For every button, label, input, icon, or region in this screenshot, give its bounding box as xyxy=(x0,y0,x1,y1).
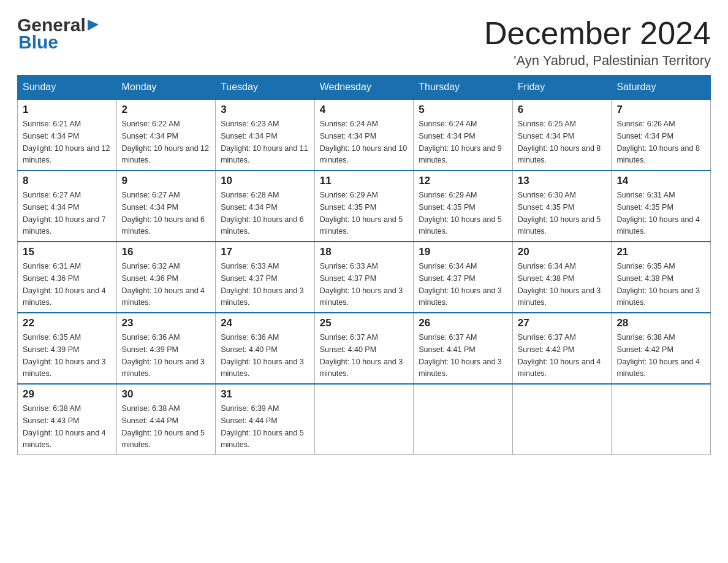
day-number: 22 xyxy=(23,317,112,329)
day-info: Sunrise: 6:37 AMSunset: 4:40 PMDaylight:… xyxy=(320,333,403,378)
col-sunday: Sunday xyxy=(18,75,117,100)
calendar-cell: 21 Sunrise: 6:35 AMSunset: 4:38 PMDaylig… xyxy=(612,242,711,313)
day-info: Sunrise: 6:21 AMSunset: 4:34 PMDaylight:… xyxy=(23,120,110,164)
day-number: 19 xyxy=(419,246,507,258)
day-number: 13 xyxy=(518,175,607,187)
day-number: 31 xyxy=(221,388,309,400)
day-number: 1 xyxy=(23,104,112,116)
day-info: Sunrise: 6:25 AMSunset: 4:34 PMDaylight:… xyxy=(518,120,601,164)
logo-arrow-icon xyxy=(88,20,101,33)
calendar-cell: 15 Sunrise: 6:31 AMSunset: 4:36 PMDaylig… xyxy=(18,242,117,313)
calendar-cell: 19 Sunrise: 6:34 AMSunset: 4:37 PMDaylig… xyxy=(414,242,513,313)
calendar-cell: 13 Sunrise: 6:30 AMSunset: 4:35 PMDaylig… xyxy=(512,170,612,242)
day-number: 6 xyxy=(518,104,607,116)
day-info: Sunrise: 6:38 AMSunset: 4:44 PMDaylight:… xyxy=(122,404,205,449)
calendar-cell: 14 Sunrise: 6:31 AMSunset: 4:35 PMDaylig… xyxy=(612,170,711,242)
calendar-cell xyxy=(414,384,513,455)
calendar-cell: 31 Sunrise: 6:39 AMSunset: 4:44 PMDaylig… xyxy=(216,384,315,455)
calendar-cell: 20 Sunrise: 6:34 AMSunset: 4:38 PMDaylig… xyxy=(512,242,612,313)
calendar-cell xyxy=(512,384,612,455)
week-row-2: 8 Sunrise: 6:27 AMSunset: 4:34 PMDayligh… xyxy=(18,170,711,242)
day-info: Sunrise: 6:33 AMSunset: 4:37 PMDaylight:… xyxy=(320,262,403,307)
col-monday: Monday xyxy=(116,75,216,100)
day-number: 24 xyxy=(221,317,309,329)
day-info: Sunrise: 6:35 AMSunset: 4:38 PMDaylight:… xyxy=(616,262,700,307)
calendar-cell xyxy=(314,384,414,455)
day-info: Sunrise: 6:37 AMSunset: 4:42 PMDaylight:… xyxy=(518,333,601,378)
day-info: Sunrise: 6:31 AMSunset: 4:35 PMDaylight:… xyxy=(616,191,700,236)
calendar-cell: 26 Sunrise: 6:37 AMSunset: 4:41 PMDaylig… xyxy=(414,313,513,384)
day-number: 9 xyxy=(122,175,211,187)
day-number: 4 xyxy=(320,104,409,116)
day-number: 15 xyxy=(23,246,112,258)
calendar-cell: 22 Sunrise: 6:35 AMSunset: 4:39 PMDaylig… xyxy=(18,313,117,384)
day-info: Sunrise: 6:24 AMSunset: 4:34 PMDaylight:… xyxy=(320,120,407,164)
day-info: Sunrise: 6:26 AMSunset: 4:34 PMDaylight:… xyxy=(616,120,700,164)
logo-blue-text: Blue xyxy=(18,32,101,53)
day-number: 2 xyxy=(122,104,211,116)
day-info: Sunrise: 6:28 AMSunset: 4:34 PMDaylight:… xyxy=(221,191,304,236)
svg-marker-0 xyxy=(88,20,99,31)
day-info: Sunrise: 6:36 AMSunset: 4:39 PMDaylight:… xyxy=(122,333,205,378)
day-info: Sunrise: 6:34 AMSunset: 4:38 PMDaylight:… xyxy=(518,262,601,307)
col-saturday: Saturday xyxy=(612,75,711,100)
day-number: 14 xyxy=(616,175,705,187)
day-number: 8 xyxy=(23,175,112,187)
title-section: December 2024 'Ayn Yabrud, Palestinian T… xyxy=(484,15,711,69)
day-info: Sunrise: 6:30 AMSunset: 4:35 PMDaylight:… xyxy=(518,191,601,236)
day-number: 25 xyxy=(320,317,409,329)
calendar-cell: 10 Sunrise: 6:28 AMSunset: 4:34 PMDaylig… xyxy=(216,170,315,242)
calendar-cell: 16 Sunrise: 6:32 AMSunset: 4:36 PMDaylig… xyxy=(116,242,216,313)
calendar-table: Sunday Monday Tuesday Wednesday Thursday… xyxy=(17,75,711,455)
day-number: 23 xyxy=(122,317,211,329)
calendar-cell: 5 Sunrise: 6:24 AMSunset: 4:34 PMDayligh… xyxy=(414,99,513,170)
week-row-4: 22 Sunrise: 6:35 AMSunset: 4:39 PMDaylig… xyxy=(18,313,711,384)
day-number: 30 xyxy=(122,388,211,400)
day-number: 7 xyxy=(616,104,705,116)
week-row-1: 1 Sunrise: 6:21 AMSunset: 4:34 PMDayligh… xyxy=(18,99,711,170)
day-info: Sunrise: 6:36 AMSunset: 4:40 PMDaylight:… xyxy=(221,333,304,378)
day-info: Sunrise: 6:22 AMSunset: 4:34 PMDaylight:… xyxy=(122,120,209,164)
month-title: December 2024 xyxy=(484,15,711,52)
day-number: 20 xyxy=(518,246,607,258)
calendar-cell: 11 Sunrise: 6:29 AMSunset: 4:35 PMDaylig… xyxy=(314,170,414,242)
calendar-cell: 27 Sunrise: 6:37 AMSunset: 4:42 PMDaylig… xyxy=(512,313,612,384)
day-number: 18 xyxy=(320,246,409,258)
day-info: Sunrise: 6:37 AMSunset: 4:41 PMDaylight:… xyxy=(419,333,502,378)
calendar-cell: 2 Sunrise: 6:22 AMSunset: 4:34 PMDayligh… xyxy=(116,99,216,170)
calendar-header-row: Sunday Monday Tuesday Wednesday Thursday… xyxy=(18,75,711,100)
day-info: Sunrise: 6:39 AMSunset: 4:44 PMDaylight:… xyxy=(221,404,304,449)
day-info: Sunrise: 6:23 AMSunset: 4:34 PMDaylight:… xyxy=(221,120,308,164)
week-row-3: 15 Sunrise: 6:31 AMSunset: 4:36 PMDaylig… xyxy=(18,242,711,313)
calendar-cell xyxy=(612,384,711,455)
calendar-cell: 29 Sunrise: 6:38 AMSunset: 4:43 PMDaylig… xyxy=(18,384,117,455)
day-info: Sunrise: 6:27 AMSunset: 4:34 PMDaylight:… xyxy=(23,191,106,236)
day-number: 5 xyxy=(419,104,507,116)
calendar-cell: 24 Sunrise: 6:36 AMSunset: 4:40 PMDaylig… xyxy=(216,313,315,384)
calendar-cell: 30 Sunrise: 6:38 AMSunset: 4:44 PMDaylig… xyxy=(116,384,216,455)
day-number: 29 xyxy=(23,388,112,400)
col-thursday: Thursday xyxy=(414,75,513,100)
calendar-cell: 23 Sunrise: 6:36 AMSunset: 4:39 PMDaylig… xyxy=(116,313,216,384)
day-info: Sunrise: 6:29 AMSunset: 4:35 PMDaylight:… xyxy=(320,191,403,236)
calendar-cell: 6 Sunrise: 6:25 AMSunset: 4:34 PMDayligh… xyxy=(512,99,612,170)
day-info: Sunrise: 6:33 AMSunset: 4:37 PMDaylight:… xyxy=(221,262,304,307)
calendar-cell: 17 Sunrise: 6:33 AMSunset: 4:37 PMDaylig… xyxy=(216,242,315,313)
calendar-cell: 3 Sunrise: 6:23 AMSunset: 4:34 PMDayligh… xyxy=(216,99,315,170)
calendar-cell: 1 Sunrise: 6:21 AMSunset: 4:34 PMDayligh… xyxy=(18,99,117,170)
day-info: Sunrise: 6:38 AMSunset: 4:43 PMDaylight:… xyxy=(23,404,106,449)
col-tuesday: Tuesday xyxy=(216,75,315,100)
day-number: 28 xyxy=(616,317,705,329)
day-info: Sunrise: 6:24 AMSunset: 4:34 PMDaylight:… xyxy=(419,120,502,164)
col-wednesday: Wednesday xyxy=(314,75,414,100)
day-number: 21 xyxy=(616,246,705,258)
calendar-cell: 18 Sunrise: 6:33 AMSunset: 4:37 PMDaylig… xyxy=(314,242,414,313)
calendar-cell: 12 Sunrise: 6:29 AMSunset: 4:35 PMDaylig… xyxy=(414,170,513,242)
calendar-cell: 8 Sunrise: 6:27 AMSunset: 4:34 PMDayligh… xyxy=(18,170,117,242)
day-number: 10 xyxy=(221,175,309,187)
day-number: 17 xyxy=(221,246,309,258)
day-number: 16 xyxy=(122,246,211,258)
day-info: Sunrise: 6:32 AMSunset: 4:36 PMDaylight:… xyxy=(122,262,205,307)
day-info: Sunrise: 6:35 AMSunset: 4:39 PMDaylight:… xyxy=(23,333,106,378)
calendar-cell: 7 Sunrise: 6:26 AMSunset: 4:34 PMDayligh… xyxy=(612,99,711,170)
